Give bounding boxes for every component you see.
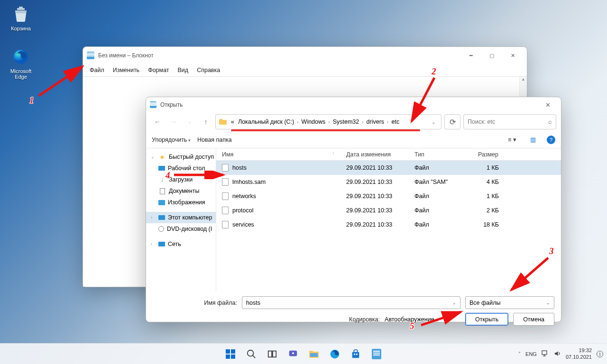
up-button[interactable]: ↑ — [199, 115, 212, 128]
notepad-button[interactable] — [368, 345, 386, 363]
notepad-menubar: Файл Изменить Формат Вид Справка — [83, 64, 527, 76]
store-button[interactable] — [347, 345, 365, 363]
menu-help[interactable]: Справка — [193, 66, 224, 74]
help-button[interactable]: ? — [547, 136, 555, 144]
filetype-select[interactable]: Все файлы⌄ — [465, 296, 554, 309]
view-mode-button[interactable]: ≡ ▾ — [505, 134, 519, 146]
refresh-button[interactable]: ⟳ — [444, 114, 460, 129]
svg-rect-15 — [273, 351, 276, 357]
document-icon — [158, 188, 166, 194]
svg-line-13 — [253, 355, 256, 358]
annotation-1: 1 — [29, 95, 34, 106]
column-size[interactable]: Размер — [464, 148, 505, 160]
address-dropdown[interactable]: ⌄ — [429, 119, 438, 125]
chat-button[interactable] — [284, 345, 302, 363]
file-row[interactable]: lmhosts.sam29.09.2021 10:33Файл "SAM"4 К… — [216, 175, 561, 189]
sidebar-dvd[interactable]: DVD-дисковод (I — [146, 223, 216, 235]
encoding-label: Кодировка: — [349, 316, 380, 323]
breadcrumb-pre[interactable]: « — [229, 118, 236, 125]
cancel-button[interactable]: Отмена — [513, 313, 554, 326]
encoding-select[interactable]: Автообнаружение⌄ — [385, 316, 453, 323]
sidebar-pictures[interactable]: Изображения — [146, 197, 216, 208]
breadcrumb-drivers[interactable]: drivers — [365, 118, 386, 125]
arrow-1 — [35, 62, 87, 100]
column-type[interactable]: Тип — [409, 148, 464, 160]
forward-button[interactable]: → — [167, 115, 180, 128]
pc-icon — [158, 215, 165, 220]
notifications-button[interactable]: 1 — [597, 351, 603, 357]
svg-rect-0 — [17, 8, 25, 10]
menu-view[interactable]: Вид — [174, 66, 193, 74]
file-icon — [222, 192, 229, 200]
file-icon — [222, 178, 229, 186]
menu-file[interactable]: Файл — [86, 66, 108, 74]
column-name[interactable]: Имя˄ — [216, 148, 340, 160]
file-row[interactable]: hosts29.09.2021 10:33Файл1 КБ — [216, 161, 561, 175]
close-button[interactable]: ✕ — [502, 48, 523, 63]
open-dialog: Открыть ✕ ← → ⌄ ↑ « Локальный диск (C:)›… — [146, 97, 561, 322]
column-date[interactable]: Дата изменения — [340, 148, 409, 160]
svg-line-3 — [39, 66, 83, 96]
search-box[interactable]: ⌕ — [463, 114, 556, 129]
file-icon — [222, 221, 229, 228]
menu-edit[interactable]: Изменить — [109, 66, 143, 74]
explorer-button[interactable] — [305, 345, 323, 363]
edge-icon — [11, 47, 30, 66]
breadcrumb-etc[interactable]: etc — [389, 118, 401, 125]
network-icon[interactable] — [542, 350, 549, 358]
notepad-icon — [87, 52, 94, 59]
tray-overflow[interactable]: ˄ — [518, 351, 521, 356]
volume-icon[interactable] — [554, 350, 561, 358]
file-icon — [222, 164, 229, 172]
address-bar[interactable]: « Локальный диск (C:)› Windows› System32… — [215, 114, 441, 129]
svg-rect-9 — [231, 349, 235, 354]
breadcrumb-windows[interactable]: Windows — [300, 118, 328, 125]
star-icon: ★ — [158, 154, 166, 160]
svg-rect-20 — [352, 352, 359, 358]
sidebar-desktop[interactable]: Рабочий стол — [146, 163, 216, 174]
back-button[interactable]: ← — [151, 115, 164, 128]
filename-input[interactable]: hosts⌄ — [242, 296, 460, 309]
organize-button[interactable]: Упорядочить — [152, 136, 191, 143]
start-button[interactable] — [221, 345, 239, 363]
svg-rect-14 — [268, 351, 272, 357]
file-row[interactable]: networks29.09.2021 10:33Файл1 КБ — [216, 189, 561, 203]
desktop-recycle-bin[interactable]: Корзина — [5, 5, 37, 31]
edge-button[interactable] — [326, 345, 344, 363]
recycle-bin-icon — [11, 5, 30, 24]
breadcrumb-c[interactable]: Локальный диск (C:) — [236, 118, 296, 125]
sidebar-this-pc[interactable]: ›Этот компьютер — [146, 212, 216, 223]
close-button[interactable]: ✕ — [538, 101, 557, 109]
language-indicator[interactable]: ENG — [525, 351, 537, 357]
recent-button[interactable]: ⌄ — [183, 115, 196, 128]
menu-format[interactable]: Формат — [144, 66, 173, 74]
search-button[interactable] — [242, 345, 260, 363]
taskbar: ˄ ENG 19:32 07.10.2021 1 — [0, 343, 607, 364]
folder-icon — [219, 118, 227, 125]
sidebar-documents[interactable]: Документы — [146, 185, 216, 197]
desktop-edge[interactable]: Microsoft Edge — [5, 47, 37, 80]
svg-rect-18 — [310, 353, 318, 357]
svg-rect-10 — [226, 355, 230, 359]
search-input[interactable] — [468, 118, 548, 125]
dialog-title: Открыть — [160, 101, 538, 108]
breadcrumb-system32[interactable]: System32 — [331, 118, 361, 125]
svg-rect-8 — [226, 349, 230, 354]
file-row[interactable]: protocol29.09.2021 10:33Файл2 КБ — [216, 203, 561, 218]
notepad-icon — [150, 101, 156, 108]
preview-pane-button[interactable]: ▥ — [526, 134, 540, 146]
svg-rect-1 — [19, 7, 23, 8]
maximize-button[interactable]: ▢ — [481, 48, 502, 63]
sidebar-downloads[interactable]: ↓Загрузки — [146, 174, 216, 185]
sidebar-quick-access[interactable]: ⌄★Быстрый доступ — [146, 151, 216, 163]
open-button[interactable]: Открыть — [465, 313, 508, 326]
file-row[interactable]: services29.09.2021 10:33Файл18 КБ — [216, 218, 561, 232]
network-icon — [158, 242, 165, 246]
sidebar-network[interactable]: ›Сеть — [146, 238, 216, 250]
download-icon: ↓ — [158, 176, 166, 183]
minimize-button[interactable]: ━ — [460, 48, 481, 63]
new-folder-button[interactable]: Новая папка — [197, 136, 232, 143]
task-view-button[interactable] — [263, 345, 281, 363]
clock[interactable]: 19:32 07.10.2021 — [566, 347, 592, 360]
file-list: Имя˄ Дата изменения Тип Размер hosts29.0… — [216, 148, 561, 291]
